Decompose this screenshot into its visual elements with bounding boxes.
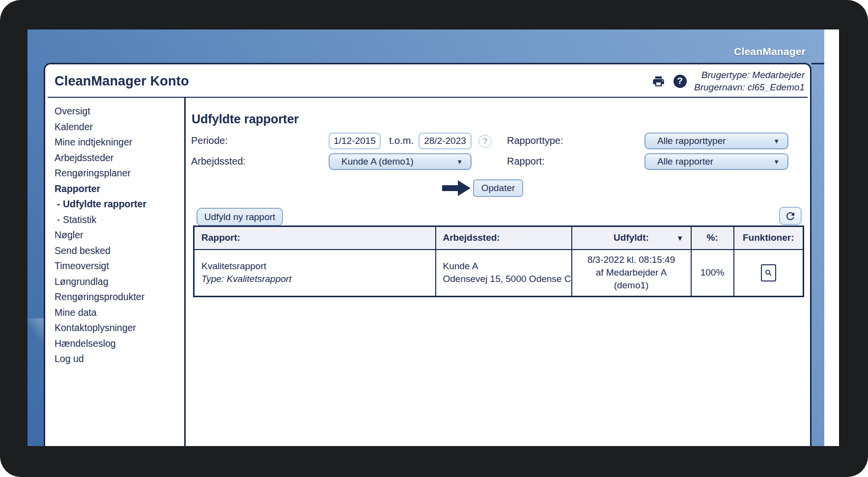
sidebar-item-rengoeringsplaner[interactable]: Rengøringsplaner	[55, 166, 184, 181]
rapport-select[interactable]: Alle rapporter ▼	[644, 153, 788, 170]
udfyldt-by: af Medarbejder A	[572, 266, 691, 279]
sidebar-item-mine-data[interactable]: Mine data	[55, 305, 184, 321]
panel-body: Oversigt Kalender Mine indtjekninger Arb…	[45, 98, 810, 446]
content-area: Udfyldte rapporter Periode: t.o.m. ? Rap…	[186, 98, 810, 446]
brand-logo: CleanManager	[734, 46, 806, 57]
col-header-udfyldt-label: Udfyldt:	[614, 232, 649, 243]
sidebar-item-mine-indtjekninger[interactable]: Mine indtjekninger	[55, 135, 184, 150]
arbejdssted-value: Kunde A (demo1)	[341, 156, 414, 167]
page-title: CleanManager Konto	[55, 74, 189, 89]
sidebar-item-kontaktoplysninger[interactable]: Kontaktoplysninger	[55, 320, 184, 336]
table-row: Kvalitetsrapport Type: Kvalitetsrapport …	[194, 250, 804, 297]
device-frame: CleanManager CleanManager Konto ? Bruger…	[0, 0, 868, 477]
question-mark-icon: ?	[673, 75, 687, 88]
sidebar-item-udfyldte-rapporter[interactable]: - Udfyldte rapporter	[55, 196, 184, 212]
section-heading: Udfyldte rapporter	[192, 112, 299, 126]
col-header-rapport: Rapport:	[194, 226, 436, 250]
cell-udfyldt: 8/3-2022 kl. 08:15:49 af Medarbejder A (…	[572, 250, 691, 297]
sidebar-item-log-ud[interactable]: Log ud	[55, 351, 184, 367]
col-header-funktioner: Funktioner:	[734, 226, 804, 250]
period-help-icon[interactable]: ?	[478, 135, 492, 148]
rapport-label: Rapport:	[507, 156, 545, 167]
udfyldt-user: (demo1)	[572, 279, 691, 292]
cell-percent: 100%	[691, 250, 734, 297]
print-icon[interactable]	[651, 74, 666, 88]
cell-funktioner	[734, 250, 804, 297]
sidebar-item-rengoeringsprodukter[interactable]: Rengøringsprodukter	[55, 289, 184, 305]
col-header-udfyldt[interactable]: Udfyldt: ▼	[572, 226, 691, 250]
col-header-percent: %:	[691, 226, 734, 250]
refresh-button[interactable]	[779, 207, 802, 225]
sidebar-item-loengrundlag[interactable]: Løngrundlag	[55, 274, 184, 290]
arbejdssted-address: Odensevej 15, 5000 Odense C	[443, 273, 571, 285]
sidebar-item-haendelseslog[interactable]: Hændelseslog	[55, 336, 184, 352]
periode-label: Periode:	[191, 135, 228, 146]
cell-arbejdssted: Kunde A Odensevej 15, 5000 Odense C	[436, 250, 572, 297]
sidebar-item-kalender[interactable]: Kalender	[55, 119, 184, 135]
udfyldt-datetime: 8/3-2022 kl. 08:15:49	[572, 253, 691, 266]
arbejdssted-label: Arbejdssted:	[191, 156, 246, 167]
user-info: Brugertype: Medarbejder Brugernavn: cl65…	[694, 69, 805, 93]
view-report-button[interactable]	[761, 264, 776, 281]
header-divider-line	[812, 63, 824, 64]
opdater-button[interactable]: Opdater	[473, 179, 523, 197]
panel-header: CleanManager Konto ? Brugertype: Medarbe…	[48, 64, 808, 98]
table-header-row: Rapport: Arbejdssted: Udfyldt: ▼ %: Funk…	[194, 226, 804, 250]
user-type: Brugertype: Medarbejder	[694, 69, 805, 81]
col-header-arbejdssted: Arbejdssted:	[436, 226, 572, 250]
date-to-input[interactable]	[419, 133, 472, 149]
refresh-icon	[784, 210, 796, 222]
tom-label: t.o.m.	[389, 135, 414, 146]
rapporttype-value: Alle rapporttyper	[657, 136, 726, 146]
sidebar-list: Oversigt Kalender Mine indtjekninger Arb…	[55, 104, 184, 367]
new-report-button[interactable]: Udfyld ny rapport	[196, 208, 283, 226]
arbejdssted-select[interactable]: Kunde A (demo1) ▼	[329, 153, 472, 170]
sort-desc-icon[interactable]: ▼	[676, 234, 684, 242]
sidebar-item-rapporter[interactable]: Rapporter	[55, 181, 184, 197]
sidebar-item-noegler[interactable]: Nøgler	[55, 227, 184, 243]
sidebar-item-timeoversigt[interactable]: Timeoversigt	[55, 258, 184, 274]
sidebar-item-arbejdssteder[interactable]: Arbejdssteder	[55, 150, 184, 166]
main-panel: CleanManager Konto ? Brugertype: Medarbe…	[44, 63, 812, 446]
header-actions: ? Brugertype: Medarbejder Brugernavn: cl…	[651, 69, 805, 93]
rapporttype-select[interactable]: Alle rapporttyper ▼	[644, 133, 788, 149]
chevron-down-icon: ▼	[456, 158, 463, 166]
rapport-type: Type: Kvalitetsrapport	[201, 273, 435, 285]
sidebar-nav: Oversigt Kalender Mine indtjekninger Arb…	[45, 98, 186, 446]
reports-table: Rapport: Arbejdssted: Udfyldt: ▼ %: Funk…	[193, 225, 804, 297]
browser-viewport: CleanManager CleanManager Konto ? Bruger…	[28, 29, 839, 446]
rapporttype-label: Rapporttype:	[507, 135, 563, 146]
cell-rapport: Kvalitetsrapport Type: Kvalitetsrapport	[194, 250, 436, 297]
rapport-value: Alle rapporter	[657, 156, 713, 167]
chevron-down-icon: ▼	[773, 138, 780, 145]
chevron-down-icon: ▼	[773, 158, 780, 166]
magnifier-icon	[764, 269, 773, 277]
sidebar-item-send-besked[interactable]: Send besked	[55, 243, 184, 259]
rapport-name: Kvalitetsrapport	[201, 260, 435, 273]
pointer-arrow-icon	[442, 180, 471, 196]
sidebar-item-statistik[interactable]: - Statistik	[55, 212, 184, 228]
arbejdssted-name: Kunde A	[443, 260, 571, 273]
help-icon[interactable]: ?	[672, 74, 687, 88]
page-background: CleanManager CleanManager Konto ? Bruger…	[28, 29, 824, 446]
user-name: Brugernavn: cl65_Edemo1	[694, 81, 805, 93]
date-from-input[interactable]	[329, 133, 381, 149]
sidebar-item-oversigt[interactable]: Oversigt	[55, 104, 184, 119]
